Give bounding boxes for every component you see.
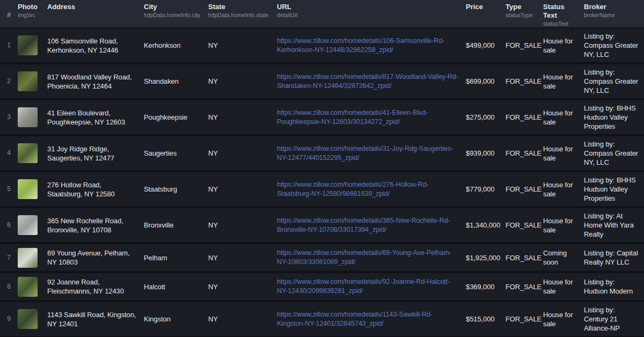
url-cell: https://www.zillow.com/homedetails/69-Yo… [277, 248, 466, 267]
column-header-price-label: Price [466, 3, 500, 11]
status-text-cell: House for sale [543, 310, 584, 328]
listing-photo[interactable] [18, 248, 38, 268]
photo-cell [18, 107, 47, 127]
table-row: 1 106 Samsonville Road, Kerhonkson, NY 1… [0, 28, 644, 62]
row-index: 6 [0, 221, 18, 230]
listing-photo[interactable] [18, 107, 38, 127]
detail-url-link[interactable]: https://www.zillow.com/homedetails/276-H… [277, 180, 460, 199]
listing-photo[interactable] [18, 179, 38, 199]
price-cell: $275,000 [466, 113, 506, 122]
status-text-cell: House for sale [543, 144, 584, 163]
photo-cell [18, 35, 47, 55]
status-text-cell: House for sale [543, 277, 584, 296]
price-cell: $369,000 [466, 282, 506, 291]
broker-cell: Listing by: BHHS Hudson Valley Propertie… [584, 175, 644, 203]
column-header-status-text[interactable]: Status Text statusText [543, 3, 584, 27]
column-header-broker-label: Broker [584, 3, 639, 11]
detail-url-link[interactable]: https://www.zillow.com/homedetails/365-N… [277, 216, 460, 235]
column-header-photo[interactable]: Photo imgSrc [18, 3, 47, 19]
table-header: # Photo imgSrc Address City hdpData.home… [0, 0, 644, 27]
state-cell: NY [208, 77, 277, 86]
table-row: 4 31 Joy Ridge Ridge, Saugerties, NY 124… [0, 136, 644, 170]
table-row: 9 1143 Sawkill Road, Kingston, NY 12401 … [0, 302, 644, 336]
status-type-cell: FOR_SALE [506, 41, 543, 50]
address-cell: 31 Joy Ridge Ridge, Saugerties, NY 12477 [47, 144, 144, 163]
detail-url-link[interactable]: https://www.zillow.com/homedetails/1143-… [277, 310, 460, 328]
detail-url-link[interactable]: https://www.zillow.com/homedetails/106-S… [277, 36, 460, 55]
column-header-city-field: hdpData.homeInfo.city [144, 11, 203, 19]
column-header-type-field: statusType [506, 11, 538, 19]
address-cell: 1143 Sawkill Road, Kingston, NY 12401 [47, 310, 144, 328]
column-header-state[interactable]: State hdpData.homeInfo.state [208, 3, 277, 19]
city-cell: Bronxville [144, 221, 208, 230]
column-header-state-field: hdpData.homeInfo.state [208, 11, 272, 19]
address-cell: 106 Samsonville Road, Kerhonkson, NY 124… [47, 36, 144, 55]
state-cell: NY [208, 221, 277, 230]
row-index: 8 [0, 282, 18, 291]
row-index: 5 [0, 185, 18, 194]
city-cell: Pelham [144, 253, 208, 262]
url-cell: https://www.zillow.com/homedetails/92-Jo… [277, 277, 466, 296]
detail-url-link[interactable]: https://www.zillow.com/homedetails/69-Yo… [277, 248, 460, 267]
price-cell: $1,340,000 [466, 221, 506, 230]
url-cell: https://www.zillow.com/homedetails/817-W… [277, 72, 466, 91]
broker-cell: Listing by: Hudson Modern [584, 277, 644, 296]
column-header-state-label: State [208, 3, 272, 11]
detail-url-link[interactable]: https://www.zillow.com/homedetails/92-Jo… [277, 277, 460, 296]
detail-url-link[interactable]: https://www.zillow.com/homedetails/41-Ei… [277, 108, 460, 127]
state-cell: NY [208, 113, 277, 122]
column-header-city[interactable]: City hdpData.homeInfo.city [144, 3, 208, 19]
listing-photo[interactable] [18, 277, 38, 297]
photo-cell [18, 215, 47, 235]
listing-photo[interactable] [18, 35, 38, 55]
broker-cell: Listing by: Compass Greater NY, LLC [584, 32, 644, 59]
photo-cell [18, 277, 47, 297]
column-header-photo-label: Photo [18, 3, 42, 11]
column-header-address-label: Address [47, 3, 138, 11]
photo-cell [18, 71, 47, 91]
column-header-index-label: # [0, 11, 18, 19]
row-index: 1 [0, 41, 18, 50]
listings-table-body: 1 106 Samsonville Road, Kerhonkson, NY 1… [0, 28, 644, 337]
status-text-cell: House for sale [543, 108, 584, 127]
table-row: 8 92 Joanne Road, Fleischmanns, NY 12430… [0, 273, 644, 300]
column-header-city-label: City [144, 3, 203, 11]
state-cell: NY [208, 253, 277, 262]
url-cell: https://www.zillow.com/homedetails/31-Jo… [277, 144, 466, 163]
column-header-photo-field: imgSrc [18, 11, 42, 19]
price-cell: $1,925,000 [466, 253, 506, 262]
broker-cell: Listing by: BHHS Hudson Valley Propertie… [584, 104, 644, 131]
url-cell: https://www.zillow.com/homedetails/276-H… [277, 180, 466, 199]
url-cell: https://www.zillow.com/homedetails/106-S… [277, 36, 466, 55]
city-cell: Kingston [144, 314, 208, 324]
table-row: 6 365 New Rochelle Road, Bronxville, NY … [0, 208, 644, 242]
city-cell: Kerhonkson [144, 41, 208, 50]
column-header-price[interactable]: Price [466, 3, 506, 11]
broker-cell: Listing by: Compass Greater NY, LLC [584, 68, 644, 95]
address-cell: 41 Eileen Boulevard, Poughkeepsie, NY 12… [47, 108, 144, 127]
price-cell: $699,000 [466, 77, 506, 86]
address-cell: 365 New Rochelle Road, Bronxville, NY 10… [47, 216, 144, 235]
detail-url-link[interactable]: https://www.zillow.com/homedetails/31-Jo… [277, 144, 460, 163]
status-type-cell: FOR_SALE [506, 253, 543, 262]
table-row: 5 276 Hollow Road, Staatsburg, NY 12580 … [0, 172, 644, 206]
status-type-cell: FOR_SALE [506, 221, 543, 230]
column-header-type-label: Type [506, 3, 538, 11]
listing-photo[interactable] [18, 143, 38, 163]
column-header-status-text-label: Status Text [543, 3, 579, 20]
broker-cell: Listing by: Compass Greater NY, LLC [584, 140, 644, 167]
row-index: 7 [0, 253, 18, 262]
listing-photo[interactable] [18, 215, 38, 235]
row-index: 4 [0, 149, 18, 158]
column-header-address[interactable]: Address [47, 3, 144, 11]
broker-cell: Listing by: Century 21 Alliance-NP [584, 305, 644, 333]
column-header-type[interactable]: Type statusType [506, 3, 543, 19]
detail-url-link[interactable]: https://www.zillow.com/homedetails/817-W… [277, 72, 460, 91]
listing-photo[interactable] [18, 71, 38, 91]
broker-cell: Listing by: Capital Realty NY LLC [584, 248, 644, 267]
row-index: 9 [0, 314, 18, 324]
column-header-url[interactable]: URL detailUrl [277, 3, 466, 19]
listing-photo[interactable] [18, 309, 38, 329]
column-header-broker[interactable]: Broker brokerName [584, 3, 644, 19]
column-header-index[interactable]: # [0, 11, 18, 19]
